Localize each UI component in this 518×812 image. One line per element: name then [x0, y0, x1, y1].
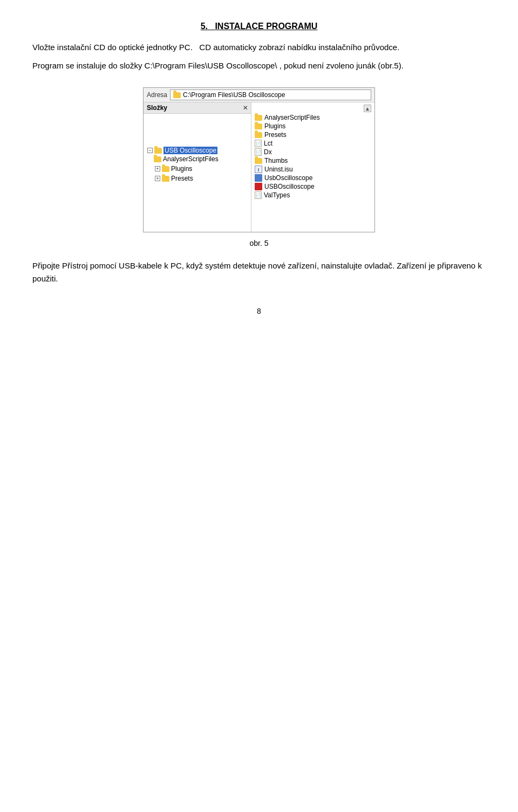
- file-name: USBOscilloscope: [264, 183, 315, 190]
- figure-caption: obr. 5: [32, 239, 486, 247]
- scroll-up-icon[interactable]: ▲: [364, 105, 371, 112]
- file-name: Lct: [264, 140, 272, 147]
- section-title: 5. INSTALACE PROGRAMU: [32, 22, 486, 31]
- folders-header: Složky ✕: [144, 102, 251, 114]
- file-item-presets[interactable]: Presets: [255, 130, 371, 139]
- tree-item-plugins[interactable]: + Plugins: [154, 164, 248, 173]
- file-name: Plugins: [264, 122, 285, 130]
- address-label: Adresa: [147, 91, 167, 99]
- file-item-usbOsc2[interactable]: USBOscilloscope: [255, 182, 371, 191]
- file-item-dx[interactable]: 📄 Dx: [255, 148, 371, 156]
- tree-root-label: USB Oscilloscope: [163, 147, 217, 154]
- file-item-analyser[interactable]: AnalyserScriptFiles: [255, 113, 371, 122]
- tree-children: AnalyserScriptFiles + Plugins + Presets: [154, 155, 248, 183]
- file-doc-icon: 📄: [255, 191, 262, 199]
- tree-expand-icon[interactable]: −: [147, 148, 153, 153]
- tree-item-presets[interactable]: + Presets: [154, 174, 248, 183]
- close-icon[interactable]: ✕: [243, 105, 248, 112]
- paragraph-3: Program se instaluje do složky C:\Progra…: [32, 59, 486, 72]
- page-content: 5. INSTALACE PROGRAMU Vložte instalační …: [32, 22, 486, 285]
- file-folder-icon: [255, 123, 262, 129]
- file-name: ValTypes: [264, 191, 290, 199]
- folder-icon-presets: [162, 176, 169, 182]
- file-name: Presets: [264, 131, 287, 139]
- paragraph-4: Připojte Přístroj pomocí USB-kabele k PC…: [32, 259, 486, 285]
- tree-item-analyser[interactable]: AnalyserScriptFiles: [154, 155, 248, 163]
- right-file-pane: ▲ AnalyserScriptFiles Plugins: [251, 102, 374, 232]
- figure-container: Adresa C:\Program Files\USB Oscilloscope…: [32, 87, 486, 232]
- file-item-plugins[interactable]: Plugins: [255, 122, 371, 130]
- folder-icon-analyser: [154, 156, 161, 162]
- tree-label-plugins: Plugins: [171, 165, 192, 173]
- left-tree-pane: Složky ✕ − USB Oscilloscope: [144, 102, 251, 232]
- file-red-icon: [255, 183, 262, 190]
- tree-label-analyser: AnalyserScriptFiles: [163, 155, 219, 163]
- folder-icon-plugins: [162, 166, 169, 172]
- address-bar: Adresa C:\Program Files\USB Oscilloscope: [144, 88, 374, 102]
- file-name: UsbOscilloscope: [264, 174, 312, 182]
- tree-plus-plugins[interactable]: +: [155, 166, 160, 171]
- file-name: AnalyserScriptFiles: [264, 114, 320, 121]
- section-heading: INSTALACE PROGRAMU: [215, 22, 317, 31]
- file-item-thumbs[interactable]: Thumbs: [255, 156, 371, 165]
- folder-icon: [154, 148, 162, 154]
- file-item-usbosc[interactable]: UsbOscilloscope: [255, 174, 371, 182]
- file-item-lct[interactable]: 📄 Lct: [255, 139, 371, 148]
- file-item-uninst[interactable]: I Uninst.isu: [255, 165, 371, 174]
- paragraph-1: Vložte instalační CD do optické jednotky…: [32, 41, 486, 54]
- file-folder-icon: [255, 132, 262, 138]
- page-number: 8: [32, 307, 486, 315]
- tree-label-presets: Presets: [171, 175, 193, 182]
- address-folder-icon: [173, 92, 181, 98]
- section-number: 5.: [201, 22, 208, 31]
- file-folder-icon: [255, 158, 262, 164]
- explorer-body: Složky ✕ − USB Oscilloscope: [144, 102, 374, 232]
- explorer-window: Adresa C:\Program Files\USB Oscilloscope…: [143, 87, 375, 232]
- address-path-text: C:\Program Files\USB Oscilloscope: [183, 91, 285, 99]
- file-doc-icon: 📄: [255, 148, 262, 156]
- file-name: Dx: [264, 148, 272, 156]
- file-exe-icon: [255, 174, 262, 182]
- file-name: Uninst.isu: [264, 166, 293, 173]
- file-item-valtypes[interactable]: 📄 ValTypes: [255, 191, 371, 199]
- tree-plus-presets[interactable]: +: [155, 176, 160, 181]
- address-path-box: C:\Program Files\USB Oscilloscope: [170, 90, 371, 100]
- file-list: AnalyserScriptFiles Plugins Presets 📄: [255, 113, 371, 199]
- file-doc-icon: 📄: [255, 140, 262, 147]
- file-name: Thumbs: [264, 157, 288, 164]
- tree-item-root[interactable]: − USB Oscilloscope: [146, 146, 248, 155]
- file-folder-icon: [255, 115, 262, 121]
- file-doc-icon: I: [255, 166, 262, 173]
